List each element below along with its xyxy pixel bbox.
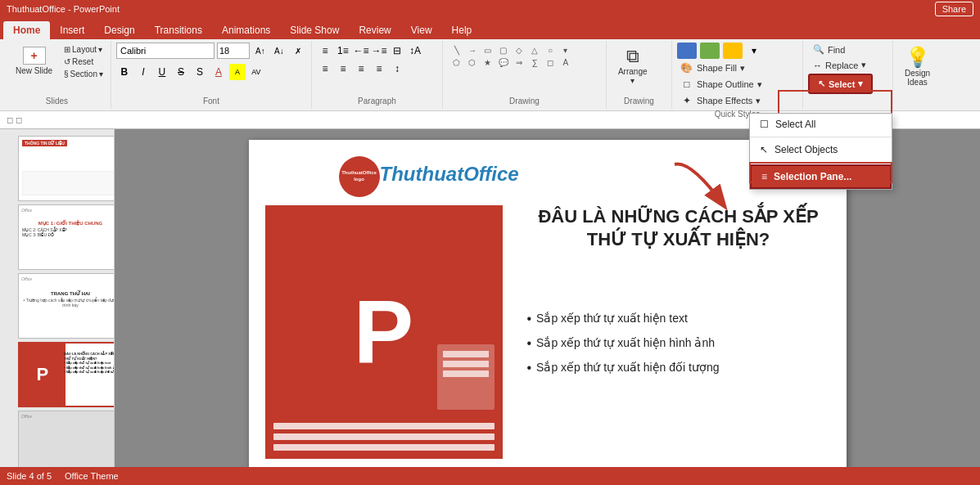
new-slide-label: New Slide <box>16 66 52 75</box>
increase-indent-button[interactable]: →≡ <box>371 43 387 59</box>
replace-button[interactable]: ↔ Replace ▾ <box>808 58 887 72</box>
font-size-input[interactable] <box>217 43 250 59</box>
shape-circle[interactable]: ○ <box>543 44 558 56</box>
shape-roundrect[interactable]: ▢ <box>496 44 511 56</box>
shape-fill-arrow: ▾ <box>740 63 745 74</box>
arrange-group: ⧉ Arrange ▾ Drawing <box>607 41 672 109</box>
font-color-button[interactable]: A <box>210 64 227 80</box>
shadow-button[interactable]: S <box>192 64 208 80</box>
title-bar-left: ThuthuatOffice - PowerPoint <box>7 4 120 14</box>
shape-block-arrow[interactable]: ⇒ <box>512 56 526 68</box>
align-center-button[interactable]: ≡ <box>335 61 351 77</box>
bold-button[interactable]: B <box>116 64 133 80</box>
tab-slideshow[interactable]: Slide Show <box>280 21 349 39</box>
find-button[interactable]: 🔍 Find <box>808 43 887 56</box>
find-label: Find <box>828 45 845 55</box>
find-icon: 🔍 <box>813 44 824 55</box>
slide-thumb-4[interactable]: P ĐÂU LÀ NHỮNG CÁCH SẮP XẾP THỨ TỰ XUẤT … <box>18 342 115 407</box>
shape-line[interactable]: ╲ <box>449 44 464 56</box>
tab-insert[interactable]: Insert <box>50 21 94 39</box>
select-all-item[interactable]: ☐ Select All <box>750 114 892 135</box>
bullets-button[interactable]: ≡ <box>317 43 333 59</box>
font-increase-button[interactable]: A↑ <box>252 43 269 59</box>
shape-more[interactable]: ▾ <box>558 44 573 56</box>
shape-effects-arrow: ▾ <box>756 96 761 106</box>
shape-star[interactable]: ★ <box>481 56 495 68</box>
paragraph-row2: ≡ ≡ ≡ ≡ ↕ <box>317 61 405 77</box>
arrange-button[interactable]: ⧉ Arrange ▾ <box>612 43 654 88</box>
tab-view[interactable]: View <box>401 21 442 39</box>
justify-button[interactable]: ≡ <box>371 61 387 77</box>
select-button[interactable]: ↖ Select ▾ <box>808 74 873 94</box>
char-spacing-button[interactable]: AV <box>248 64 264 80</box>
align-right-button[interactable]: ≡ <box>353 61 369 77</box>
shape-effects-button[interactable]: ✦ Shape Effects ▾ <box>677 93 764 108</box>
shape-rect[interactable]: ▭ <box>481 44 495 56</box>
quick-styles-dropdown[interactable]: ▾ <box>746 43 762 59</box>
shape-flowchart[interactable]: ◻ <box>543 56 558 68</box>
tab-help[interactable]: Help <box>442 21 482 39</box>
new-slide-button[interactable]: New Slide <box>8 43 60 79</box>
italic-button[interactable]: I <box>135 64 151 80</box>
layout-button[interactable]: ⊞ Layout ▾ <box>61 44 106 55</box>
slides-panel[interactable]: 1 THÔNG TIN DỮ LIỆU 2 Office MỤC 1: GIỚI… <box>0 129 115 485</box>
select-arrow: ▾ <box>858 79 863 89</box>
slide-thumb-2-content: Office MỤC 1: GIỚI THIỆU CHUNG MỤC 2: CÁ… <box>19 205 115 269</box>
strikethrough-button[interactable]: S <box>173 64 189 80</box>
tab-animations[interactable]: Animations <box>212 21 280 39</box>
tab-transitions[interactable]: Transitions <box>145 21 212 39</box>
line-spacing-button[interactable]: ↕ <box>389 61 405 77</box>
shape-pentagon[interactable]: ⬠ <box>449 56 464 68</box>
quick-style-2[interactable] <box>700 43 720 59</box>
shape-textbox[interactable]: A <box>558 56 573 68</box>
font-name-input[interactable] <box>116 43 215 59</box>
ppt-bottom-lines <box>273 423 495 451</box>
shape-hexagon[interactable]: ⬡ <box>465 56 480 68</box>
slide-thumb-1[interactable]: THÔNG TIN DỮ LIỆU <box>18 136 115 201</box>
shape-arrow[interactable]: → <box>465 44 480 56</box>
slide-thumb-wrapper-2: 2 Office MỤC 1: GIỚI THIỆU CHUNG MỤC 2: … <box>3 204 111 270</box>
underline-button[interactable]: U <box>154 64 170 80</box>
arrange-group-content: ⧉ Arrange ▾ <box>612 43 666 95</box>
select-label: Select <box>829 79 855 89</box>
shape-triangle[interactable]: △ <box>527 44 542 56</box>
slide-thumb-2-items: MỤC 2: CÁCH SẮP XẾPMỤC 3: BIỂU ĐỒ <box>19 227 115 237</box>
selection-pane-item[interactable]: ≡ Selection Pane... <box>750 164 892 189</box>
share-button[interactable]: Share <box>935 2 973 16</box>
main-slide[interactable]: ThuthuatOfficelogo ThuthuatOffice P <box>249 140 847 475</box>
tab-home[interactable]: Home <box>3 21 50 39</box>
text-direction-button[interactable]: ↕A <box>407 43 423 59</box>
slide-ppt-p-letter: P <box>354 280 413 384</box>
slide-thumb-2[interactable]: Office MỤC 1: GIỚI THIỆU CHUNG MỤC 2: CÁ… <box>18 204 115 270</box>
section-button[interactable]: § Section ▾ <box>61 69 106 79</box>
quick-style-1[interactable] <box>677 43 697 59</box>
font-decrease-button[interactable]: A↓ <box>271 43 287 59</box>
numbering-button[interactable]: 1≡ <box>335 43 351 59</box>
shapes-palette: ╲ → ▭ ▢ ◇ △ ○ ▾ ⬠ ⬡ ★ 💬 ⇒ ∑ ◻ A <box>448 43 575 70</box>
decrease-indent-button[interactable]: ←≡ <box>353 43 369 59</box>
columns-button[interactable]: ⊟ <box>389 43 405 59</box>
select-objects-item[interactable]: ↖ Select Objects <box>750 139 892 160</box>
align-left-button[interactable]: ≡ <box>317 61 333 77</box>
shape-diamond[interactable]: ◇ <box>512 44 526 56</box>
shape-outline-arrow: ▾ <box>757 79 762 90</box>
replace-arrow: ▾ <box>861 60 866 70</box>
slide-thumb-5[interactable]: Office <box>18 411 115 476</box>
select-icon: ↖ <box>818 79 825 89</box>
slide-thumb-wrapper-1: 1 THÔNG TIN DỮ LIỆU <box>3 136 111 201</box>
slide-thumb-4-text: ĐÂU LÀ NHỮNG CÁCH SẮP XẾP THỨ TỰ XUẤT HI… <box>64 352 115 375</box>
highlight-button[interactable]: A <box>229 64 246 80</box>
shape-callout[interactable]: 💬 <box>496 56 511 68</box>
clear-format-button[interactable]: ✗ <box>290 43 306 59</box>
dropdown-separator <box>750 137 892 137</box>
shape-outline-button[interactable]: □ Shape Outline ▾ <box>677 77 765 92</box>
design-ideas-button[interactable]: 💡 DesignIdeas <box>898 43 937 90</box>
shape-equation[interactable]: ∑ <box>527 56 542 68</box>
tab-design[interactable]: Design <box>94 21 144 39</box>
tab-review[interactable]: Review <box>349 21 400 39</box>
title-bar-right: Share <box>935 2 973 16</box>
quick-style-3[interactable] <box>723 43 743 59</box>
reset-button[interactable]: ↺ Reset <box>61 56 106 67</box>
shape-fill-button[interactable]: 🎨 Shape Fill ▾ <box>677 61 748 75</box>
slide-thumb-3[interactable]: Office TRANG THỨ HAI • Trường hợp cách s… <box>18 273 115 339</box>
